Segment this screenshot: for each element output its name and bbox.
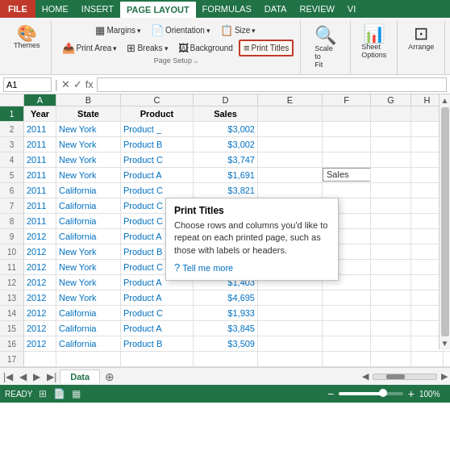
h-scroll-right[interactable]: ▶ [439, 371, 450, 382]
cell-a1[interactable]: Year [24, 106, 56, 121]
menu-review[interactable]: REVIEW [293, 0, 340, 18]
cell-e16[interactable] [258, 336, 323, 351]
cell-d17[interactable] [194, 352, 258, 366]
tooltip-tell-me-more-link[interactable]: ? Tell me more [174, 261, 330, 273]
status-zoom-in[interactable]: + [408, 387, 415, 400]
cell-f15[interactable] [323, 321, 371, 336]
cell-f1[interactable] [323, 106, 371, 121]
cell-d16[interactable]: $3,509 [194, 336, 258, 351]
cell-f2[interactable] [323, 122, 371, 136]
status-icon-pagebreak[interactable]: ▦ [72, 388, 81, 399]
cell-e4[interactable] [258, 152, 323, 167]
h-scroll-track[interactable] [373, 374, 437, 380]
cell-g16[interactable] [371, 336, 411, 351]
cancel-formula-icon[interactable]: ✕ [61, 78, 70, 90]
print-area-button[interactable]: 📤 Print Area ▾ [58, 40, 122, 56]
cell-f17[interactable] [323, 352, 371, 366]
cell-c15[interactable]: Product A [121, 321, 194, 336]
cell-a16[interactable]: 2012 [24, 336, 56, 351]
cell-f13[interactable] [323, 290, 371, 305]
cell-b14[interactable]: California [56, 306, 121, 320]
cell-f3[interactable] [323, 137, 371, 152]
scroll-thumb[interactable] [441, 107, 449, 336]
cell-b2[interactable]: New York [56, 122, 121, 136]
cell-a2[interactable]: 2011 [24, 122, 56, 136]
cell-c14[interactable]: Product C [121, 306, 194, 320]
cell-c5[interactable]: Product A [121, 168, 194, 182]
cell-g5[interactable] [371, 168, 411, 182]
cell-g10[interactable] [371, 244, 411, 259]
menu-page-layout[interactable]: PAGE LAYOUT [120, 0, 196, 18]
cell-f4[interactable] [323, 152, 371, 167]
cell-g11[interactable] [371, 260, 411, 274]
cell-h17[interactable] [411, 352, 444, 366]
cell-f5[interactable]: Sales ▼ [323, 168, 371, 182]
cell-e1[interactable] [258, 106, 323, 121]
cell-e13[interactable] [258, 290, 323, 305]
formula-input[interactable] [97, 77, 447, 92]
col-header-f[interactable]: F [323, 94, 371, 106]
vertical-scrollbar[interactable]: ▲ ▼ [439, 94, 450, 349]
cell-a14[interactable]: 2012 [24, 306, 56, 320]
cell-d14[interactable]: $1,933 [194, 306, 258, 320]
col-header-c[interactable]: C [121, 94, 194, 106]
cell-c3[interactable]: Product B [121, 137, 194, 152]
cell-b11[interactable]: New York [56, 260, 121, 274]
cell-c13[interactable]: Product A [121, 290, 194, 305]
cell-g8[interactable] [371, 214, 411, 228]
cell-d4[interactable]: $3,747 [194, 152, 258, 167]
cell-g14[interactable] [371, 306, 411, 320]
cell-f6[interactable] [323, 183, 371, 198]
page-setup-expand[interactable]: ⌵ [194, 56, 198, 65]
scroll-up-btn[interactable]: ▲ [441, 96, 449, 105]
cell-b15[interactable]: California [56, 321, 121, 336]
h-scroll-left[interactable]: ◀ [360, 371, 371, 382]
menu-insert[interactable]: INSERT [75, 0, 120, 18]
cell-a13[interactable]: 2012 [24, 290, 56, 305]
cell-a7[interactable]: 2011 [24, 198, 56, 213]
cell-d15[interactable]: $3,845 [194, 321, 258, 336]
confirm-formula-icon[interactable]: ✓ [73, 78, 82, 90]
cell-g7[interactable] [371, 198, 411, 213]
cell-g12[interactable] [371, 275, 411, 290]
cell-a17[interactable] [24, 352, 56, 366]
orientation-button[interactable]: 📄 Orientation ▾ [147, 23, 215, 38]
zoom-thumb[interactable] [379, 389, 387, 397]
cell-g2[interactable] [371, 122, 411, 136]
print-titles-button[interactable]: ≡ Print Titles [239, 40, 294, 56]
cell-g15[interactable] [371, 321, 411, 336]
cell-b8[interactable]: California [56, 214, 121, 228]
h-scroll-thumb[interactable] [386, 374, 405, 379]
cell-g9[interactable] [371, 229, 411, 244]
cell-f14[interactable] [323, 306, 371, 320]
cell-a8[interactable]: 2011 [24, 214, 56, 228]
breaks-button[interactable]: ⊞ Breaks ▾ [123, 40, 172, 56]
cell-g1[interactable] [371, 106, 411, 121]
scroll-down-btn[interactable]: ▼ [441, 339, 449, 348]
col-header-a[interactable]: A [24, 94, 56, 106]
cell-b16[interactable]: California [56, 336, 121, 351]
cell-d1[interactable]: Sales [194, 106, 258, 121]
cell-b1[interactable]: State [56, 106, 121, 121]
cell-b7[interactable]: California [56, 198, 121, 213]
cell-g6[interactable] [371, 183, 411, 198]
cell-a10[interactable]: 2012 [24, 244, 56, 259]
size-button[interactable]: 📋 Size ▾ [216, 23, 260, 38]
cell-b12[interactable]: New York [56, 275, 121, 290]
file-menu[interactable]: FILE [0, 0, 35, 18]
col-header-d[interactable]: D [194, 94, 258, 106]
cell-g17[interactable] [371, 352, 411, 366]
arrange-button[interactable]: ⊡ Arrange [404, 23, 438, 53]
cell-a4[interactable]: 2011 [24, 152, 56, 167]
cell-a3[interactable]: 2011 [24, 137, 56, 152]
cell-f16[interactable] [323, 336, 371, 351]
cell-d13[interactable]: $4,695 [194, 290, 258, 305]
cell-b5[interactable]: New York [56, 168, 121, 182]
scale-to-fit-button[interactable]: 🔍 Scale toFit [310, 24, 340, 71]
sheet-nav-prev[interactable]: ◀ [16, 371, 30, 382]
cell-c1[interactable]: Product [121, 106, 194, 121]
sheet-tab-data[interactable]: Data [60, 370, 100, 383]
cell-d3[interactable]: $3,002 [194, 137, 258, 152]
cell-c2[interactable]: Product _ [121, 122, 194, 136]
sheet-nav-first[interactable]: |◀ [0, 371, 16, 382]
